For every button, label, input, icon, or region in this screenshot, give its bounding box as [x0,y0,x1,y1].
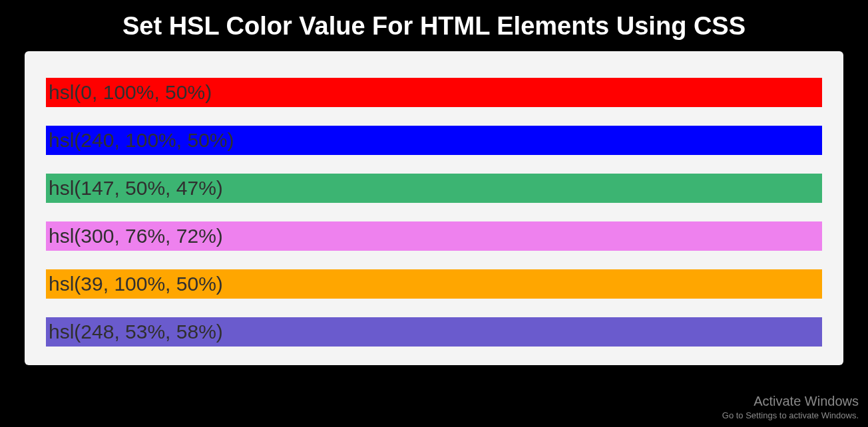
color-bar-blue: hsl(240, 100%, 50%) [46,126,822,155]
color-label: hsl(39, 100%, 50%) [46,274,223,294]
watermark-subtitle: Go to Settings to activate Windows. [722,410,859,420]
activate-windows-watermark: Activate Windows Go to Settings to activ… [722,394,859,420]
color-label: hsl(248, 53%, 58%) [46,322,223,342]
color-panel: hsl(0, 100%, 50%) hsl(240, 100%, 50%) hs… [25,51,843,365]
page-title: Set HSL Color Value For HTML Elements Us… [0,0,868,51]
color-bar-green: hsl(147, 50%, 47%) [46,174,822,203]
color-bar-purple: hsl(248, 53%, 58%) [46,317,822,347]
color-bar-orange: hsl(39, 100%, 50%) [46,269,822,299]
color-bar-pink: hsl(300, 76%, 72%) [46,221,822,251]
watermark-title: Activate Windows [722,394,859,409]
color-label: hsl(240, 100%, 50%) [46,130,234,150]
color-label: hsl(147, 50%, 47%) [46,178,223,198]
color-bar-red: hsl(0, 100%, 50%) [46,78,822,107]
color-label: hsl(300, 76%, 72%) [46,226,223,246]
color-label: hsl(0, 100%, 50%) [46,82,212,102]
